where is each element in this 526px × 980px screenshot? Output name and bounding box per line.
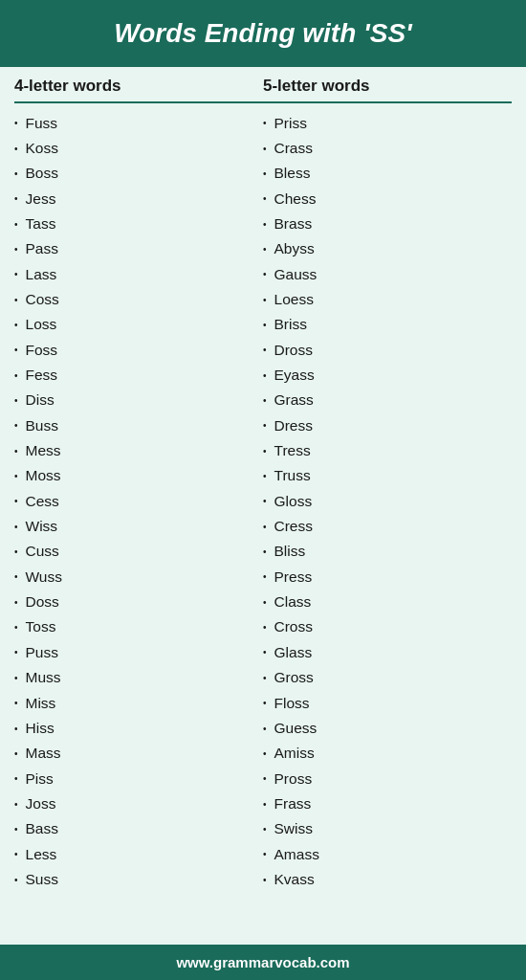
bullet-icon: • [14, 190, 18, 207]
list-item: •Toss [14, 614, 263, 639]
word-text: Cuss [26, 539, 59, 564]
list-item: •Brass [263, 212, 512, 236]
bullet-icon: • [263, 544, 267, 560]
list-item: •Piss [14, 767, 263, 791]
word-text: Pass [26, 236, 58, 261]
list-item: •Press [263, 565, 512, 590]
word-text: Gross [274, 665, 314, 690]
list-item: •Priss [263, 111, 512, 136]
list-item: •Wuss [14, 565, 263, 590]
list-item: •Jess [14, 187, 263, 212]
word-text: Kvass [274, 867, 315, 892]
bullet-icon: • [14, 216, 18, 233]
list-item: •Dress [263, 413, 512, 438]
word-text: Gloss [274, 489, 313, 514]
list-item: •Chess [263, 187, 512, 212]
list-item: •Moss [14, 463, 263, 488]
word-text: Toss [26, 614, 56, 639]
bullet-icon: • [263, 417, 267, 434]
list-item: •Eyass [263, 363, 512, 388]
bullet-icon: • [14, 317, 18, 333]
bullet-icon: • [263, 670, 267, 686]
word-text: Dross [274, 338, 313, 363]
footer-url: www.grammarvocab.com [19, 954, 507, 970]
word-text: Lass [26, 262, 57, 287]
word-text: Tress [274, 438, 311, 463]
word-text: Amass [274, 842, 319, 867]
list-item: •Lass [14, 262, 263, 287]
bullet-icon: • [14, 115, 18, 131]
main-content: 4-letter words 5-letter words •Fuss•Koss… [0, 67, 526, 945]
list-item: •Guess [263, 716, 512, 741]
bullet-icon: • [14, 846, 18, 862]
word-text: Glass [274, 640, 313, 665]
bullet-icon: • [263, 241, 267, 257]
word-text: Brass [274, 212, 313, 236]
list-item: •Koss [14, 136, 263, 161]
page-header: Words Ending with 'SS' [0, 0, 526, 67]
list-item: •Tass [14, 212, 263, 236]
word-text: Floss [274, 691, 310, 716]
list-item: •Briss [263, 312, 512, 337]
list-item: •Cess [14, 489, 263, 514]
word-text: Diss [26, 388, 55, 412]
list-item: •Kvass [263, 867, 512, 892]
bullet-icon: • [14, 568, 18, 585]
word-text: Bless [274, 161, 311, 186]
bullet-icon: • [14, 266, 18, 282]
list-item: •Muss [14, 665, 263, 690]
bullet-icon: • [14, 342, 18, 358]
word-text: Fess [26, 363, 58, 388]
word-text: Loss [26, 312, 57, 337]
bullet-icon: • [263, 721, 267, 737]
list-item: •Amass [263, 842, 512, 867]
word-text: Eyass [274, 363, 315, 388]
list-item: •Joss [14, 791, 263, 816]
word-text: Miss [26, 691, 56, 716]
bullet-icon: • [14, 493, 18, 509]
list-item: •Gloss [263, 489, 512, 514]
bullet-icon: • [263, 770, 267, 787]
list-item: •Cuss [14, 539, 263, 564]
word-text: Foss [26, 338, 58, 363]
list-item: •Miss [14, 691, 263, 716]
word-text: Gauss [274, 262, 318, 287]
word-text: Boss [26, 161, 58, 186]
bullet-icon: • [263, 392, 267, 409]
word-text: Hiss [26, 716, 55, 741]
list-item: •Floss [263, 691, 512, 716]
bullet-icon: • [14, 166, 18, 182]
bullet-icon: • [263, 443, 267, 459]
page-title: Words Ending with 'SS' [19, 17, 507, 50]
list-item: •Foss [14, 338, 263, 363]
col2-header: 5-letter words [263, 77, 512, 96]
bullet-icon: • [263, 141, 267, 157]
columns-body: •Fuss•Koss•Boss•Jess•Tass•Pass•Lass•Coss… [14, 111, 512, 893]
list-item: •Loss [14, 312, 263, 337]
word-text: Bliss [274, 539, 306, 564]
word-text: Koss [26, 136, 58, 161]
list-item: •Fuss [14, 111, 263, 136]
word-text: Cross [274, 614, 313, 639]
bullet-icon: • [263, 468, 267, 484]
list-item: •Loess [263, 287, 512, 312]
bullet-icon: • [14, 368, 18, 384]
page-footer: www.grammarvocab.com [0, 945, 526, 980]
bullet-icon: • [263, 166, 267, 182]
word-text: Suss [26, 867, 58, 892]
bullet-icon: • [263, 619, 267, 635]
bullet-icon: • [14, 644, 18, 660]
bullet-icon: • [263, 568, 267, 585]
list-item: •Doss [14, 590, 263, 614]
bullet-icon: • [14, 443, 18, 459]
bullet-icon: • [14, 519, 18, 535]
bullet-icon: • [263, 317, 267, 333]
list-item: •Amiss [263, 741, 512, 766]
word-text: Class [274, 590, 312, 614]
bullet-icon: • [263, 796, 267, 813]
word-text: Pross [274, 767, 313, 791]
bullet-icon: • [14, 670, 18, 686]
list-item: •Grass [263, 388, 512, 412]
list-item: •Coss [14, 287, 263, 312]
word-text: Tass [26, 212, 56, 236]
